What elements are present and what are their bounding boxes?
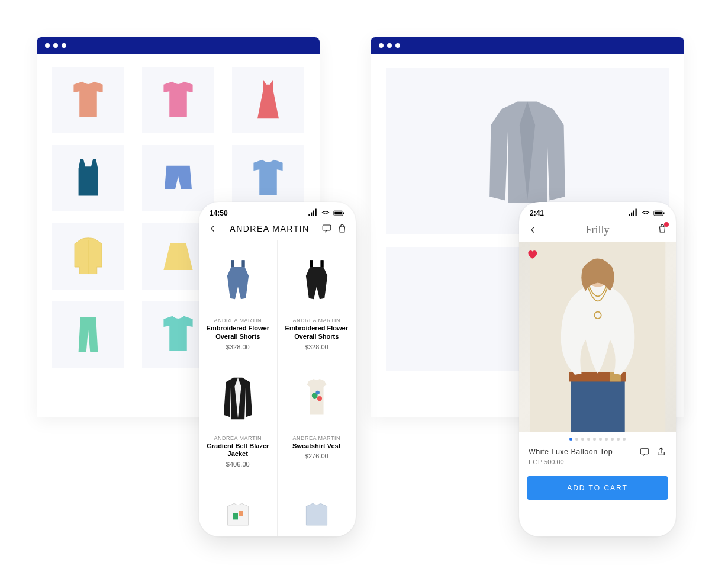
status-icons [307,208,345,219]
product-hero-image[interactable] [519,242,676,432]
share-icon[interactable] [656,446,666,457]
add-to-cart-button[interactable]: ADD TO CART [527,476,668,500]
heart-icon[interactable] [526,248,538,260]
vest-icon [297,370,336,427]
back-icon[interactable] [207,223,218,234]
browser-titlebar [37,37,320,54]
grid-tile-jacket[interactable] [52,223,124,290]
shorts-icon [154,154,202,203]
wifi-icon [320,208,331,219]
product-card[interactable]: ANDREA MARTIN Gradient Belt Blazer Jacke… [199,358,278,476]
phone-mockup-right: 2:41 Frilly [519,202,676,536]
product-name: Sweatshirt Vest [284,442,350,451]
window-dot [379,43,384,48]
status-time: 14:50 [210,209,228,217]
product-brand: ANDREA MARTIN [202,435,273,441]
product-name: Embroidered Flower Overall Shorts [284,324,350,341]
badge-dot [664,222,669,227]
tshirt-icon [154,310,202,359]
product-price: $276.00 [281,452,353,460]
product-card[interactable]: ANDREA MARTIN Embroidered Flower Overall… [199,240,278,358]
blazer-icon [216,369,260,428]
battery-icon [333,210,345,216]
chat-icon[interactable] [321,223,332,234]
carousel-dot[interactable] [599,438,602,441]
tshirt-icon [64,76,112,124]
product-image [202,364,273,433]
grid-tile-tshirt[interactable] [142,67,214,133]
phone-header: ANDREA MARTIN [199,220,356,240]
window-dot [53,43,58,48]
product-name: Gradient Belt Blazer Jacket [205,442,271,459]
window-dot [62,43,66,48]
product-price: $328.00 [202,343,273,351]
carousel-dot[interactable] [605,438,608,441]
overalls-icon [297,251,336,310]
product-title-row: White Luxe Balloon Top [519,443,676,458]
blazer-icon [462,86,592,216]
grid-tile-dress[interactable] [232,67,304,133]
grid-tile-pants[interactable] [52,301,124,368]
product-list[interactable]: ANDREA MARTIN Embroidered Flower Overall… [199,240,356,536]
svg-rect-3 [323,225,331,230]
product-brand: ANDREA MARTIN [202,317,273,323]
browser-titlebar [371,37,684,54]
grid-tile-tank[interactable] [52,145,124,211]
product-image [281,364,353,433]
carousel-dot[interactable] [587,438,590,441]
carousel-dot[interactable] [593,438,596,441]
wifi-icon [640,208,651,219]
product-brand: ANDREA MARTIN [281,317,353,323]
carousel-dot[interactable] [611,438,614,441]
product-card[interactable] [278,475,356,536]
skirt-icon [154,232,202,281]
product-price: EGP 500.00 [519,458,676,471]
product-title: White Luxe Balloon Top [529,448,613,456]
back-icon[interactable] [527,224,538,235]
svg-rect-2 [343,212,344,214]
svg-rect-1 [334,212,342,215]
grid-tile-tshirt[interactable] [52,67,124,133]
window-dot [45,43,50,48]
carousel-dot[interactable] [623,438,626,441]
tshirt-icon [244,154,292,203]
status-icons [627,208,665,219]
window-dot [395,43,400,48]
shirt-icon [217,502,259,530]
carousel-dot[interactable] [569,438,572,441]
product-price: $406.00 [202,461,273,468]
dress-icon [244,76,292,124]
pants-icon [64,310,112,359]
product-card[interactable]: ANDREA MARTIN Embroidered Flower Overall… [278,240,356,358]
product-image [281,481,353,536]
bag-icon-with-badge[interactable] [657,223,668,236]
bag-icon[interactable] [337,223,347,234]
phone-notch [242,202,313,215]
carousel-dot[interactable] [575,438,578,441]
product-image [281,246,353,315]
svg-point-6 [315,390,320,394]
phone-title: ANDREA MARTIN [230,224,309,233]
svg-point-5 [317,396,322,400]
status-time: 2:41 [530,209,544,217]
carousel-dot[interactable] [617,438,620,441]
phone-title: Frilly [585,224,609,236]
product-price: $328.00 [281,343,353,351]
svg-rect-11 [663,212,665,214]
grid-tile-shorts[interactable] [142,145,214,211]
carousel-dot[interactable] [581,438,584,441]
product-card[interactable] [199,475,278,536]
tank-icon [64,154,112,203]
product-image [202,481,273,536]
phone-header: Frilly [519,220,676,242]
chat-icon[interactable] [639,446,650,457]
overalls-icon [218,251,257,310]
svg-rect-8 [239,511,242,516]
phone-notch [562,202,633,215]
jacket-icon [64,232,112,281]
svg-rect-10 [655,212,662,215]
svg-rect-18 [640,449,649,454]
phone-mockup-left: 14:50 ANDREA MARTIN ANDREA MARTIN Embroi… [199,202,356,536]
product-card[interactable]: ANDREA MARTIN Sweatshirt Vest $276.00 [278,358,356,476]
carousel-dots[interactable] [519,432,676,443]
